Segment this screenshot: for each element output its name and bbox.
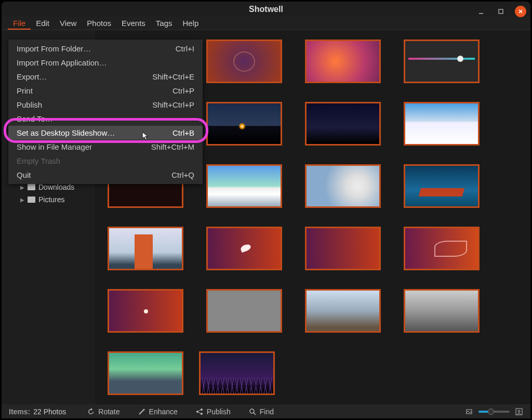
zoom-slider[interactable] [478,411,510,413]
photo-thumbnail[interactable] [206,40,282,83]
menu-item-label: Import From Folder… [17,44,91,53]
menubar: File Edit View Photos Events Tags Help [2,17,530,30]
thumbnail-small-icon[interactable] [465,408,473,416]
enhance-button[interactable]: Enhance [138,408,178,416]
menu-item-import-folder[interactable]: Import From Folder… Ctrl+I [8,42,203,56]
chevron-right-icon: ▶ [20,185,24,190]
svg-line-10 [198,412,201,414]
statusbar: Items: 22 Photos Rotate Enhance Publish … [2,404,530,418]
svg-point-15 [518,410,520,412]
menu-view[interactable]: View [55,17,82,30]
photo-thumbnail[interactable] [404,164,480,208]
photo-thumbnail[interactable] [108,289,183,333]
photo-thumbnail[interactable] [305,227,381,270]
svg-line-9 [198,410,201,411]
photo-thumbnail[interactable] [305,164,381,208]
photo-thumbnail[interactable] [305,102,381,146]
close-button[interactable] [515,6,526,17]
file-menu-dropdown: Import From Folder… Ctrl+I Import From A… [8,40,203,184]
menu-item-empty-trash: Empty Trash [8,154,203,168]
svg-point-11 [250,409,254,413]
photo-thumbnail[interactable] [206,227,282,270]
menu-item-label: Set as Desktop Slideshow… [17,128,115,137]
photo-thumbnail[interactable] [108,351,183,395]
publish-button[interactable]: Publish [195,408,231,416]
maximize-button[interactable] [495,6,507,17]
menu-item-accel: Shift+Ctrl+M [151,142,194,151]
menu-item-accel: Ctrl+B [172,128,194,137]
menu-item-accel: Shift+Ctrl+P [152,100,194,109]
menu-item-accel: Ctrl+I [176,44,194,53]
menu-item-label: Print [17,86,33,95]
photo-thumbnail[interactable] [305,289,381,333]
svg-line-12 [254,413,256,415]
tool-label: Enhance [149,408,178,416]
menu-item-label: Publish [17,100,42,109]
photo-thumbnail[interactable] [404,289,480,333]
photo-thumbnail[interactable] [206,102,282,146]
rotate-icon [87,408,95,416]
sidebar-item-pictures[interactable]: ▶ Pictures [2,193,95,206]
titlebar: Shotwell [2,2,530,17]
menu-tags[interactable]: Tags [151,17,178,30]
window-title: Shotwell [249,5,283,14]
minimize-button[interactable] [475,6,487,17]
menu-item-accel: Ctrl+Q [171,170,194,179]
sidebar-item-label: Pictures [38,195,65,204]
photo-thumbnail[interactable] [404,102,480,146]
sidebar-item-label: Downloads [38,183,74,191]
menu-item-quit[interactable]: Quit Ctrl+Q [8,168,203,182]
menu-edit[interactable]: Edit [31,17,55,30]
svg-point-8 [201,413,203,415]
search-icon [248,408,257,416]
menu-item-label: Quit [17,170,31,179]
folder-icon [28,184,35,190]
status-value: 22 Photos [33,408,66,416]
wand-icon [138,408,146,416]
photo-thumbnail[interactable] [404,227,480,270]
photo-thumbnail[interactable] [305,40,381,83]
menu-item-export[interactable]: Export… Shift+Ctrl+E [8,70,203,84]
thumbnail-large-icon[interactable] [515,408,523,416]
menu-photos[interactable]: Photos [82,17,116,30]
photo-thumbnail[interactable] [108,227,183,270]
svg-point-5 [143,409,144,410]
rotate-button[interactable]: Rotate [87,408,119,416]
menu-help[interactable]: Help [178,17,204,30]
status-label: Items: [9,408,30,416]
svg-point-7 [201,409,203,411]
photo-thumbnail[interactable] [206,289,282,333]
menu-item-send-to[interactable]: Send To… [8,112,203,126]
photo-thumbnail[interactable] [404,40,480,83]
photo-thumbnail[interactable] [206,164,282,208]
menu-item-set-desktop-slideshow[interactable]: Set as Desktop Slideshow… Ctrl+B [8,126,203,140]
zoom-control [465,408,523,416]
menu-item-print[interactable]: Print Ctrl+P [8,84,203,98]
menu-item-import-application[interactable]: Import From Application… [8,56,203,70]
menu-item-label: Import From Application… [17,58,107,67]
svg-rect-1 [499,9,503,14]
bottom-toolbar: Rotate Enhance Publish Find [87,408,465,416]
menu-item-accel: Shift+Ctrl+E [152,72,194,81]
window-controls [475,6,526,17]
menu-file[interactable]: File [8,17,31,30]
photo-thumbnail[interactable] [199,351,275,395]
menu-events[interactable]: Events [116,17,151,30]
tool-label: Find [260,408,274,416]
menu-item-label: Send To… [17,114,53,123]
menu-item-label: Export… [17,72,47,81]
svg-rect-14 [516,409,522,415]
tool-label: Publish [207,408,231,416]
menu-item-label: Empty Trash [17,156,60,165]
find-button[interactable]: Find [248,408,274,416]
folder-icon [28,196,35,203]
menu-item-show-in-file-manager[interactable]: Show in File Manager Shift+Ctrl+M [8,140,203,154]
share-icon [195,408,204,416]
menu-item-label: Show in File Manager [17,142,92,151]
chevron-right-icon: ▶ [20,197,24,203]
menu-item-accel: Ctrl+P [172,86,194,95]
tool-label: Rotate [98,408,119,416]
menu-item-publish[interactable]: Publish Shift+Ctrl+P [8,98,203,112]
svg-line-4 [139,410,143,414]
